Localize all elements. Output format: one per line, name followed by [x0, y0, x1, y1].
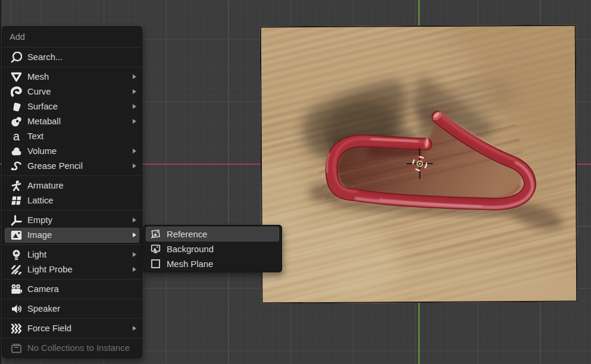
svg-text:a: a	[13, 131, 20, 142]
